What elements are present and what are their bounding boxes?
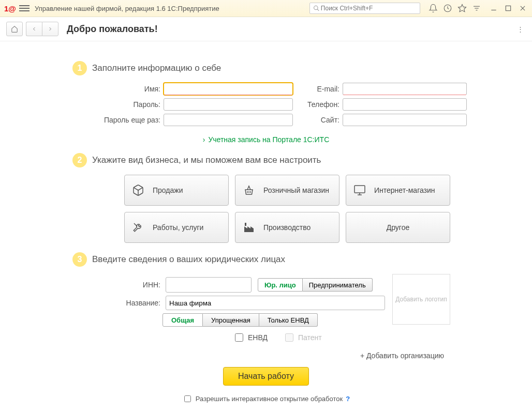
- page-title: Добро пожаловать!: [67, 24, 158, 35]
- patent-checkbox: [285, 333, 293, 342]
- portal-link[interactable]: › Учетная запись на Портале 1С:ИТС: [26, 135, 506, 144]
- step-1-header: 1 Заполните информацию о себе: [72, 61, 506, 75]
- bell-icon[interactable]: [428, 4, 438, 13]
- permission-checkbox[interactable]: [184, 395, 191, 402]
- entity-type-entrepreneur[interactable]: Предприниматель: [303, 278, 373, 292]
- add-org-link[interactable]: + Добавить организацию: [26, 351, 444, 360]
- chevron-right-icon: ›: [203, 135, 205, 144]
- tax-simplified[interactable]: Упрощенная: [203, 313, 259, 327]
- biz-label: Другое: [387, 223, 409, 232]
- company-name-field[interactable]: [166, 296, 385, 310]
- check-envd[interactable]: ЕНВД: [233, 332, 268, 343]
- app-logo: 1@: [4, 4, 16, 13]
- tax-envd-only[interactable]: Только ЕНВД: [259, 313, 318, 327]
- biz-label: Интернет-магазин: [374, 186, 435, 194]
- biz-card-other[interactable]: Другое: [346, 212, 450, 243]
- name-field[interactable]: [164, 83, 293, 95]
- start-button[interactable]: Начать работу: [223, 367, 309, 386]
- forward-button[interactable]: [42, 22, 58, 36]
- label-phone: Телефон:: [303, 100, 343, 109]
- maximize-button[interactable]: [503, 3, 513, 13]
- svg-rect-8: [506, 6, 510, 10]
- biz-card-retail[interactable]: Розничный магазин: [235, 175, 339, 206]
- password-field[interactable]: [164, 98, 293, 111]
- biz-card-ecommerce[interactable]: Интернет-магазин: [346, 175, 450, 206]
- step-badge: 1: [72, 61, 87, 75]
- home-button[interactable]: [6, 22, 23, 36]
- search-box[interactable]: [309, 3, 420, 14]
- biz-label: Производство: [263, 223, 311, 232]
- label-name: Имя:: [83, 85, 164, 93]
- password2-field[interactable]: [164, 114, 293, 126]
- filter-icon[interactable]: [472, 4, 481, 13]
- tax-general[interactable]: Общая: [162, 313, 203, 327]
- svg-point-0: [314, 6, 318, 9]
- step-title: Заполните информацию о себе: [92, 63, 221, 73]
- titlebar: 1@ Управление нашей фирмой, редакция 1.6…: [0, 0, 532, 17]
- window-title: Управление нашей фирмой, редакция 1.6 1С…: [35, 5, 219, 12]
- label-password: Пароль:: [83, 100, 164, 109]
- biz-card-sales[interactable]: Продажи: [124, 175, 229, 206]
- entity-type-legal[interactable]: Юр. лицо: [258, 278, 303, 292]
- minimize-button[interactable]: [489, 3, 499, 13]
- label-password2: Пароль еще раз:: [83, 116, 164, 124]
- label-email: E-mail:: [303, 85, 343, 93]
- monitor-icon: [353, 184, 366, 196]
- label-company-name: Название:: [88, 299, 162, 307]
- portal-link-label: Учетная запись на Портале 1С:ИТС: [208, 135, 329, 144]
- patent-label: Патент: [298, 333, 322, 342]
- step-badge: 2: [72, 153, 87, 167]
- step-title: Введите сведения о ваших юридических лиц…: [92, 254, 285, 265]
- phone-field[interactable]: [343, 98, 467, 111]
- factory-icon: [243, 221, 255, 234]
- step-badge: 3: [72, 252, 87, 267]
- site-field[interactable]: [343, 114, 467, 126]
- biz-card-production[interactable]: Производство: [235, 212, 339, 243]
- permission-label: Разрешить интерактивное открытие обработ…: [196, 395, 343, 403]
- step-title: Укажите вид бизнеса, и мы поможем вам вс…: [92, 155, 321, 165]
- biz-label: Продажи: [153, 186, 183, 194]
- inn-field[interactable]: [166, 277, 252, 293]
- close-button[interactable]: [518, 3, 528, 13]
- back-button[interactable]: [26, 22, 42, 36]
- nav-toolbar: Добро пожаловать! ⋮: [0, 17, 532, 41]
- step-3-header: 3 Введите сведения о ваших юридических л…: [72, 252, 506, 267]
- label-site: Сайт:: [303, 116, 343, 124]
- menu-icon[interactable]: [19, 3, 29, 13]
- history-icon[interactable]: [443, 4, 452, 13]
- add-logo-box[interactable]: Добавить логотип: [392, 274, 450, 325]
- check-patent: Патент: [283, 332, 322, 343]
- basket-icon: [243, 184, 255, 196]
- tools-icon: [132, 221, 144, 234]
- envd-checkbox[interactable]: [235, 333, 243, 342]
- svg-marker-3: [459, 5, 466, 12]
- svg-line-1: [317, 9, 319, 11]
- star-icon[interactable]: [457, 4, 467, 13]
- search-icon: [313, 5, 320, 12]
- search-input[interactable]: [320, 4, 417, 12]
- svg-rect-19: [245, 223, 246, 226]
- biz-card-services[interactable]: Работы, услуги: [124, 212, 229, 243]
- envd-label: ЕНВД: [248, 333, 268, 342]
- label-inn: ИНН:: [88, 281, 162, 289]
- biz-label: Работы, услуги: [153, 223, 203, 232]
- step-2-header: 2 Укажите вид бизнеса, и мы поможем вам …: [72, 153, 506, 167]
- email-field[interactable]: [343, 83, 467, 95]
- kebab-icon[interactable]: ⋮: [515, 23, 526, 35]
- svg-rect-15: [354, 186, 365, 193]
- box-icon: [132, 184, 144, 196]
- help-icon[interactable]: ?: [346, 395, 350, 403]
- biz-label: Розничный магазин: [263, 186, 329, 194]
